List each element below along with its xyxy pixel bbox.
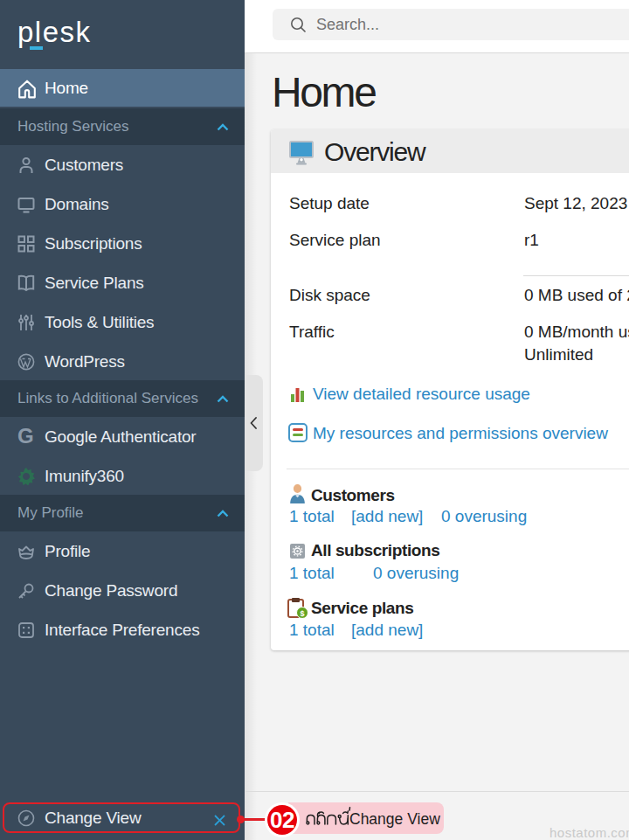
svg-text:Change View: Change View	[349, 810, 440, 828]
svg-text:$: $	[300, 609, 304, 618]
